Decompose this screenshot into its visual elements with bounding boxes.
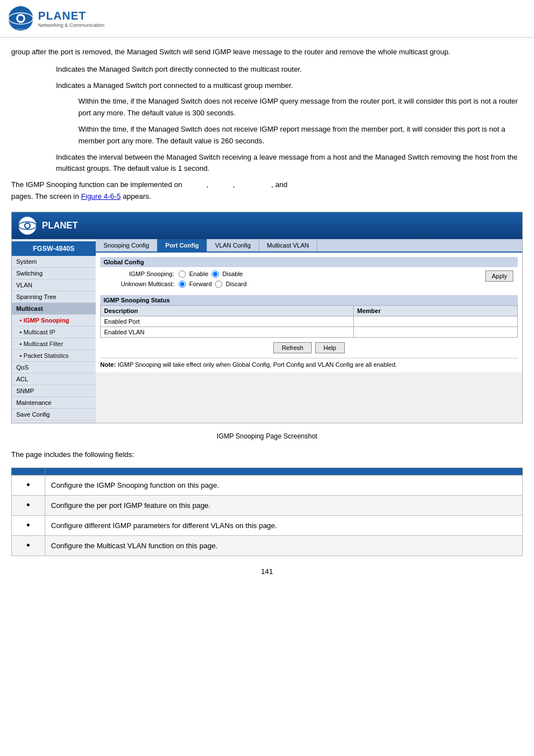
fields-table-header-desc xyxy=(45,468,523,475)
igmp-disable-label: Disable xyxy=(222,270,243,277)
sidebar-item-snmp[interactable]: SNMP xyxy=(12,385,96,397)
indented-note-2: Indicates a Managed Switch port connecte… xyxy=(11,80,523,92)
global-config-title: Global Config xyxy=(100,257,518,267)
sidebar-item-acl[interactable]: ACL xyxy=(12,374,96,385)
screenshot-box: PLANET FGSW-4840S System Switching VLAN … xyxy=(11,212,523,423)
sidebar-item-spanning-tree[interactable]: Spanning Tree xyxy=(12,291,96,303)
fields-table-row: •Configure the per port IGMP feature on … xyxy=(12,495,523,515)
sidebar-item-packet-statistics[interactable]: • Packet Statistics xyxy=(12,350,96,362)
table-row-enabled-port: Enabled Port xyxy=(101,316,518,326)
paragraph-2: The IGMP Snooping function can be implem… xyxy=(11,179,523,203)
note-label: Note: xyxy=(100,361,116,368)
note-text: IGMP Snooping will take effect only when… xyxy=(118,361,397,368)
sidebar-item-system[interactable]: System xyxy=(12,256,96,268)
fields-table-description: Configure different IGMP parameters for … xyxy=(45,515,523,535)
igmp-snooping-row: IGMP Snooping: Enable Disable xyxy=(100,270,485,278)
indented-note-4: Within the time, if the Managed Switch d… xyxy=(11,124,523,147)
logo-text: PLANET xyxy=(38,10,105,22)
fields-table-bullet: • xyxy=(12,515,45,535)
igmp-disable-radio[interactable] xyxy=(212,270,219,278)
help-button[interactable]: Help xyxy=(315,342,345,353)
fields-table-description: Configure the per port IGMP feature on t… xyxy=(45,495,523,515)
sidebar-item-vlan[interactable]: VLAN xyxy=(12,279,96,291)
sidebar-item-multicast-ip[interactable]: • Multicast IP xyxy=(12,326,96,338)
fields-table-bullet: • xyxy=(12,495,45,515)
main-content: group after the port is removed, the Man… xyxy=(0,38,534,594)
action-buttons: Refresh Help xyxy=(100,342,518,353)
switch-logo-icon xyxy=(17,216,38,236)
fields-table-bullet: • xyxy=(12,535,45,556)
enabled-port-label: Enabled Port xyxy=(101,316,354,326)
fields-table-description: Configure the IGMP Snooping function on … xyxy=(45,475,523,495)
status-table: Description Member Enabled Port Enabled … xyxy=(100,305,518,338)
tab-snooping-config[interactable]: Snooping Config xyxy=(96,239,157,251)
screenshot-caption: IGMP Snooping Page Screenshot xyxy=(11,432,523,440)
sidebar-item-qos[interactable]: QoS xyxy=(12,362,96,374)
planet-logo-icon: Networking & Communication xyxy=(7,4,35,32)
switch-content: Global Config IGMP Snooping: Enable Di xyxy=(96,253,522,372)
figure-link[interactable]: Figure 4-6-5 xyxy=(81,192,121,200)
indented-note-1: Indicates the Managed Switch port direct… xyxy=(11,64,523,76)
switch-header: PLANET xyxy=(12,212,522,239)
form-area: IGMP Snooping: Enable Disable U xyxy=(100,270,518,291)
page-header: Networking & Communication PLANET Networ… xyxy=(0,0,534,38)
tab-port-config[interactable]: Port Config xyxy=(157,239,207,251)
unknown-multicast-radios: Forward Discard xyxy=(179,281,247,288)
svg-point-8 xyxy=(26,223,30,227)
tab-multicast-vlan[interactable]: Multicast VLAN xyxy=(259,239,317,251)
page-number: 141 xyxy=(11,567,523,576)
fields-table-row: •Configure the IGMP Snooping function on… xyxy=(12,475,523,495)
switch-sidebar: FGSW-4840S System Switching VLAN Spannin… xyxy=(12,239,96,423)
apply-button[interactable]: Apply xyxy=(485,270,513,282)
sidebar-item-multicast-filter[interactable]: • Multicast Filter xyxy=(12,338,96,350)
logo-sub: Networking & Communication xyxy=(38,22,105,28)
unknown-discard-radio[interactable] xyxy=(215,281,222,288)
enabled-port-value xyxy=(354,316,518,326)
refresh-button[interactable]: Refresh xyxy=(273,342,312,353)
fields-table-row: •Configure different IGMP parameters for… xyxy=(12,515,523,535)
fields-table-header-bullet xyxy=(12,468,45,475)
paragraph-1: group after the port is removed, the Man… xyxy=(11,46,523,58)
table-row-enabled-vlan: Enabled VLAN xyxy=(101,326,518,337)
indented-note-5: Indicates the interval between the Manag… xyxy=(11,152,523,175)
switch-layout: FGSW-4840S System Switching VLAN Spannin… xyxy=(12,239,522,423)
sidebar-item-multicast[interactable]: Multicast xyxy=(12,303,96,315)
sidebar-item-switching[interactable]: Switching xyxy=(12,268,96,279)
unknown-discard-label: Discard xyxy=(226,281,246,287)
fields-table-row: •Configure the Multicast VLAN function o… xyxy=(12,535,523,556)
unknown-forward-radio[interactable] xyxy=(179,281,186,288)
svg-point-3 xyxy=(18,16,24,21)
indented-note-3: Within the time, if the Managed Switch d… xyxy=(11,96,523,119)
fields-table-description: Configure the Multicast VLAN function on… xyxy=(45,535,523,556)
table-col-description: Description xyxy=(101,305,354,316)
sidebar-item-save-config[interactable]: Save Config xyxy=(12,409,96,421)
device-name: FGSW-4840S xyxy=(12,241,96,256)
switch-logo-text: PLANET xyxy=(42,221,78,231)
form-fields: IGMP Snooping: Enable Disable U xyxy=(100,270,485,291)
sidebar-item-maintenance[interactable]: Maintenance xyxy=(12,397,96,409)
igmp-snooping-radios: Enable Disable xyxy=(179,270,243,278)
tab-bar: Snooping Config Port Config VLAN Config … xyxy=(96,239,522,253)
igmp-enable-radio[interactable] xyxy=(179,270,186,278)
svg-text:Networking & Communication: Networking & Communication xyxy=(7,28,35,31)
igmp-snooping-label: IGMP Snooping: xyxy=(100,270,179,277)
unknown-multicast-row: Unknown Multicast: Forward Discard xyxy=(100,281,485,288)
unknown-multicast-label: Unknown Multicast: xyxy=(100,281,179,287)
status-section-title: IGMP Snooping Status xyxy=(100,295,518,305)
logo: Networking & Communication PLANET Networ… xyxy=(7,4,105,32)
enabled-vlan-label: Enabled VLAN xyxy=(101,326,354,337)
unknown-forward-label: Forward xyxy=(189,281,212,287)
fields-intro: The page includes the following fields: xyxy=(11,449,523,461)
fields-table: •Configure the IGMP Snooping function on… xyxy=(11,468,523,556)
tab-vlan-config[interactable]: VLAN Config xyxy=(207,239,259,251)
fields-table-bullet: • xyxy=(12,475,45,495)
sidebar-item-igmp-snooping[interactable]: • IGMP Snooping xyxy=(12,315,96,326)
enabled-vlan-value xyxy=(354,326,518,337)
switch-main-panel: Snooping Config Port Config VLAN Config … xyxy=(96,239,522,423)
table-col-member: Member xyxy=(354,305,518,316)
igmp-enable-label: Enable xyxy=(189,270,208,277)
note-section: Note: IGMP Snooping will take effect onl… xyxy=(100,358,518,368)
